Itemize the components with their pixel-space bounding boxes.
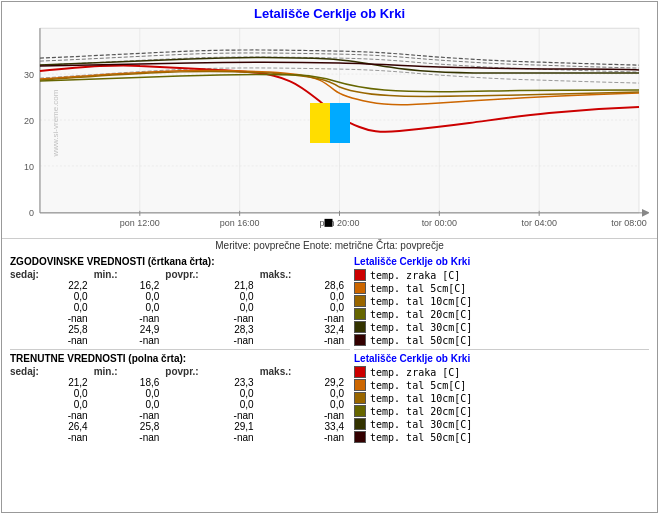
table-row: 16,2 [94, 280, 166, 291]
svg-text:tor 04:00: tor 04:00 [521, 218, 556, 228]
right-legend: Letališče Cerklje ob Krki temp. zraka [C… [354, 256, 649, 444]
table-row: -nan [165, 432, 259, 443]
table-row: 25,8 [94, 421, 166, 432]
table-row: 0,0 [165, 302, 259, 313]
table-row: 0,0 [260, 302, 350, 313]
legend-label: temp. tal 5cm[C] [370, 380, 466, 391]
list-item: temp. zraka [C] [354, 269, 649, 281]
legend-label: temp. tal 20cm[C] [370, 309, 472, 320]
svg-text:tor 08:00: tor 08:00 [611, 218, 646, 228]
table-row: 21,2 [10, 377, 94, 388]
list-item: temp. tal 30cm[C] [354, 321, 649, 333]
table-row: -nan [10, 313, 94, 324]
table-row: 0,0 [165, 388, 259, 399]
legend-label: temp. tal 10cm[C] [370, 393, 472, 404]
table-row: 29,2 [260, 377, 350, 388]
list-item: temp. zraka [C] [354, 366, 649, 378]
svg-text:tor 00:00: tor 00:00 [422, 218, 457, 228]
col-sedaj-tren: sedaj: [10, 366, 94, 377]
table-row: 0,0 [10, 399, 94, 410]
legend-label: temp. zraka [C] [370, 367, 460, 378]
col-sedaj-hist: sedaj: [10, 269, 94, 280]
color-swatch [354, 379, 366, 391]
legend-curr: temp. zraka [C]temp. tal 5cm[C]temp. tal… [354, 366, 649, 443]
chart-title: Letališče Cerklje ob Krki [2, 2, 657, 23]
list-item: temp. tal 10cm[C] [354, 392, 649, 404]
color-swatch [354, 431, 366, 443]
legend-label: temp. zraka [C] [370, 270, 460, 281]
table-row: 0,0 [10, 388, 94, 399]
table-row: -nan [94, 432, 166, 443]
list-item: temp. tal 20cm[C] [354, 405, 649, 417]
col-povpr-hist: povpr.: [165, 269, 259, 280]
table-row: -nan [10, 335, 94, 346]
table-row: 28,3 [165, 324, 259, 335]
table-row: -nan [260, 432, 350, 443]
color-swatch [354, 334, 366, 346]
table-row: 0,0 [94, 302, 166, 313]
legend-title-curr: Letališče Cerklje ob Krki [354, 353, 649, 364]
svg-text:20: 20 [24, 116, 34, 126]
svg-text:30: 30 [24, 70, 34, 80]
table-row: 21,8 [165, 280, 259, 291]
table-row: -nan [94, 313, 166, 324]
table-row: 29,1 [165, 421, 259, 432]
color-swatch [354, 282, 366, 294]
legend-divider [354, 349, 649, 350]
svg-text:0: 0 [29, 208, 34, 218]
bottom-section: ZGODOVINSKE VREDNOSTI (črtkana črta): se… [2, 252, 657, 448]
col-maks-hist: maks.: [260, 269, 350, 280]
table-row: -nan [165, 410, 259, 421]
list-item: temp. tal 10cm[C] [354, 295, 649, 307]
table-row: -nan [94, 410, 166, 421]
table-row: 32,4 [260, 324, 350, 335]
table-row: 0,0 [165, 399, 259, 410]
color-swatch [354, 295, 366, 307]
chart-wrapper: 30 20 10 0 [10, 23, 649, 238]
table-row: 18,6 [94, 377, 166, 388]
svg-marker-12 [642, 209, 649, 217]
table-row: 0,0 [260, 291, 350, 302]
table-row: -nan [165, 313, 259, 324]
legend-label: temp. tal 50cm[C] [370, 432, 472, 443]
trenutne-table: sedaj: min.: povpr.: maks.: 21,218,623,3… [10, 366, 350, 443]
table-row: 0,0 [10, 302, 94, 313]
table-row: 0,0 [260, 399, 350, 410]
table-row: 0,0 [10, 291, 94, 302]
legend-label: temp. tal 30cm[C] [370, 322, 472, 333]
divider [10, 349, 350, 350]
list-item: temp. tal 30cm[C] [354, 418, 649, 430]
svg-text:10: 10 [24, 162, 34, 172]
zgodovinske-header: ZGODOVINSKE VREDNOSTI (črtkana črta): [10, 256, 350, 267]
table-row: -nan [165, 335, 259, 346]
svg-text:pon 16:00: pon 16:00 [220, 218, 260, 228]
table-row: -nan [260, 410, 350, 421]
zgodovinske-table: sedaj: min.: povpr.: maks.: 22,216,221,8… [10, 269, 350, 346]
color-swatch [354, 321, 366, 333]
col-povpr-tren: povpr.: [165, 366, 259, 377]
list-item: temp. tal 20cm[C] [354, 308, 649, 320]
table-row: 0,0 [94, 399, 166, 410]
legend-label: temp. tal 5cm[C] [370, 283, 466, 294]
table-row: 0,0 [94, 388, 166, 399]
table-row: 26,4 [10, 421, 94, 432]
table-row: -nan [94, 335, 166, 346]
list-item: temp. tal 50cm[C] [354, 431, 649, 443]
svg-rect-29 [325, 219, 333, 227]
svg-text:www.si-vreme.com: www.si-vreme.com [51, 89, 60, 157]
table-row: 24,9 [94, 324, 166, 335]
table-row: -nan [10, 410, 94, 421]
legend-label: temp. tal 10cm[C] [370, 296, 472, 307]
table-row: 0,0 [165, 291, 259, 302]
table-row: 0,0 [94, 291, 166, 302]
table-row: -nan [260, 335, 350, 346]
color-swatch [354, 308, 366, 320]
list-item: temp. tal 5cm[C] [354, 282, 649, 294]
svg-rect-31 [310, 103, 330, 123]
list-item: temp. tal 5cm[C] [354, 379, 649, 391]
trenutne-header: TRENUTNE VREDNOSTI (polna črta): [10, 353, 350, 364]
svg-text:pon 12:00: pon 12:00 [120, 218, 160, 228]
legend-label: temp. tal 30cm[C] [370, 419, 472, 430]
col-min-tren: min.: [94, 366, 166, 377]
legend-label: temp. tal 20cm[C] [370, 406, 472, 417]
